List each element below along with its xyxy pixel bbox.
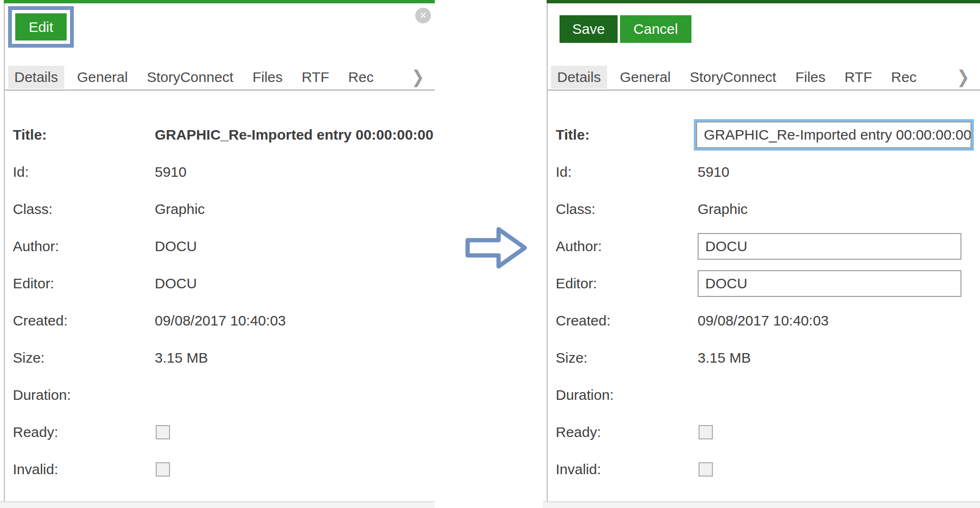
field-label-created: Created: [556,313,698,329]
tab-files[interactable]: Files [246,66,289,89]
chevron-right-icon[interactable]: ❯ [957,66,970,87]
tab-bar: DetailsGeneralStoryConnectFilesRTFRec [5,65,435,91]
field-row-invalid: Invalid: [548,451,980,488]
close-icon[interactable]: ✕ [415,8,431,23]
field-row-editor: Editor:DOCU [548,265,980,302]
field-value-created: 09/08/2017 10:40:03 [155,313,286,329]
field-row-title: Title:GRAPHIC_Re-Imported entry 00:00:00… [5,116,435,153]
author-input[interactable]: DOCU [698,233,961,260]
field-value-title: GRAPHIC_Re-Imported entry 00:00:00:00 [155,127,433,143]
input-value: GRAPHIC_Re-Imported entry 00:00:00:00 [704,127,971,143]
field-label-editor: Editor: [13,275,155,292]
field-row-title: Title:GRAPHIC_Re-Imported entry 00:00:00… [548,116,980,153]
panel-top-accent-bar [547,0,980,3]
field-row-duration: Duration: [5,376,435,414]
tab-general[interactable]: General [71,66,134,89]
horizontal-scrollbar[interactable] [0,501,435,508]
field-label-invalid: Invalid: [556,461,698,478]
field-row-size: Size:3.15 MB [5,339,435,376]
tab-rtf[interactable]: RTF [296,66,336,89]
tab-files[interactable]: Files [789,66,831,89]
edit-button[interactable]: Edit [15,13,67,41]
field-label-duration: Duration: [13,387,155,403]
field-value-size: 3.15 MB [155,350,208,366]
tab-general[interactable]: General [614,66,677,89]
invalid-checkbox-unchecked[interactable] [699,462,713,477]
field-label-id: Id: [556,164,698,180]
tab-rec[interactable]: Rec [342,66,380,89]
invalid-checkbox-unchecked[interactable] [156,462,170,477]
field-row-author: Author:DOCU [548,228,980,265]
field-label-duration: Duration: [556,387,698,403]
tab-bar: DetailsGeneralStoryConnectFilesRTFRec [548,65,980,91]
horizontal-scrollbar[interactable] [543,501,980,508]
tab-rec[interactable]: Rec [885,66,922,89]
field-label-size: Size: [556,350,698,366]
field-value-editor: DOCU [155,275,197,292]
field-label-class: Class: [13,201,155,217]
ready-checkbox-unchecked[interactable] [699,425,713,439]
field-label-id: Id: [13,164,155,180]
tab-details[interactable]: Details [551,66,607,89]
cancel-button[interactable]: Cancel [620,15,691,43]
details-fields: Title:GRAPHIC_Re-Imported entry 00:00:00… [548,91,980,501]
field-label-ready: Ready: [556,424,698,440]
save-button[interactable]: Save [560,15,618,43]
field-row-created: Created:09/08/2017 10:40:03 [548,302,980,339]
chevron-right-icon[interactable]: ❯ [411,66,424,87]
details-panel-view-mode: Edit ✕ DetailsGeneralStoryConnectFilesRT… [0,0,435,508]
field-row-id: Id:5910 [548,153,980,191]
field-label-title: Title: [13,127,155,143]
tab-details[interactable]: Details [8,66,64,89]
field-label-title: Title: [556,127,698,143]
title-input[interactable]: GRAPHIC_Re-Imported entry 00:00:00:00 [696,122,971,148]
field-row-ready: Ready: [548,414,980,451]
field-label-author: Author: [556,238,698,254]
field-label-size: Size: [13,350,155,366]
field-row-invalid: Invalid: [5,451,435,488]
tab-storyconnect[interactable]: StoryConnect [140,66,240,89]
field-label-created: Created: [13,313,155,329]
ready-checkbox-unchecked[interactable] [156,425,170,439]
field-row-ready: Ready: [5,414,435,451]
field-row-editor: Editor:DOCU [5,265,435,302]
input-value: DOCU [705,238,747,254]
tab-storyconnect[interactable]: StoryConnect [683,66,782,89]
field-value-class: Graphic [155,201,205,217]
field-label-class: Class: [556,201,698,217]
right-arrow-icon [464,224,529,272]
field-row-id: Id:5910 [5,153,435,191]
field-label-ready: Ready: [13,424,155,440]
field-row-created: Created:09/08/2017 10:40:03 [5,302,435,339]
panel-top-accent-bar [4,0,435,3]
field-label-invalid: Invalid: [13,461,155,478]
field-label-author: Author: [13,238,155,254]
field-value-author: DOCU [155,238,197,254]
field-value-size: 3.15 MB [698,350,751,366]
field-row-size: Size:3.15 MB [548,339,980,376]
editor-input[interactable]: DOCU [698,270,961,297]
field-row-duration: Duration: [548,376,980,414]
field-label-editor: Editor: [556,275,698,292]
tab-rtf[interactable]: RTF [839,66,879,89]
field-row-author: Author:DOCU [5,228,435,265]
field-row-class: Class:Graphic [5,191,435,228]
details-panel-edit-mode: Save Cancel DetailsGeneralStoryConnectFi… [543,0,980,508]
field-value-id: 5910 [155,164,187,180]
field-value-id: 5910 [698,164,730,180]
field-row-class: Class:Graphic [548,191,980,228]
field-value-class: Graphic [698,201,748,217]
input-value: DOCU [705,275,747,292]
field-value-created: 09/08/2017 10:40:03 [698,313,829,329]
edit-button-highlight-box: Edit [8,6,74,48]
details-fields: Title:GRAPHIC_Re-Imported entry 00:00:00… [5,91,435,501]
